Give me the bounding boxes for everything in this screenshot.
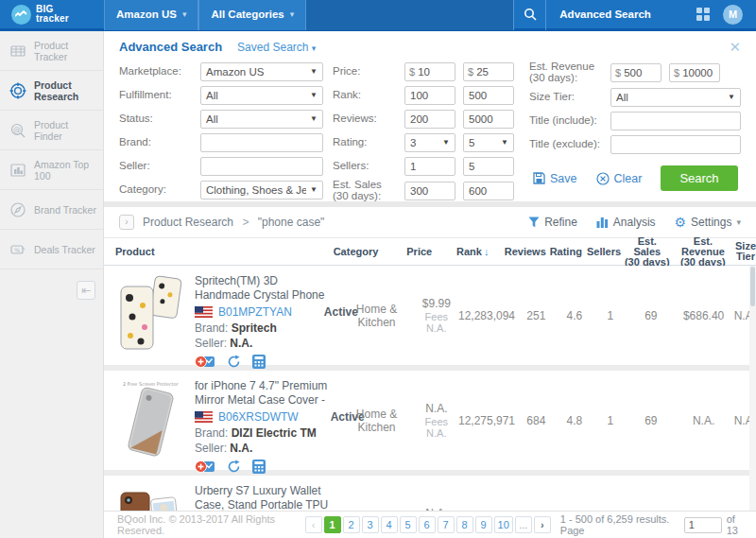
app-logo[interactable]: BIGtracker [0, 5, 104, 25]
sidebar-collapse-button[interactable]: ⇤ [77, 281, 95, 300]
col-rating[interactable]: Rating [547, 247, 584, 257]
categories-dropdown[interactable]: All Categories▾ [198, 0, 306, 30]
product-title[interactable]: Spritech(TM) 3D Handmade Crystal Phone C… [195, 274, 333, 303]
price-max-field[interactable]: $ [463, 62, 514, 81]
title-exclude-input[interactable] [610, 135, 741, 154]
est-revenue-min-input[interactable] [624, 67, 657, 78]
col-est-sales[interactable]: Est. Sales (30 days) [624, 236, 671, 268]
page-ellipsis[interactable]: ... [515, 516, 532, 533]
calculator-icon[interactable] [252, 460, 266, 474]
page-button-3[interactable]: 3 [362, 516, 379, 533]
col-price[interactable]: Price [397, 247, 442, 257]
page-button-10[interactable]: 10 [494, 516, 513, 533]
col-est-revenue[interactable]: Est. Revenue (30 days) [671, 236, 735, 268]
sidebar-item-product-tracker[interactable]: Product Tracker [0, 31, 103, 71]
user-avatar[interactable]: M [723, 5, 743, 25]
brand-input[interactable] [200, 133, 323, 152]
advanced-search-link[interactable]: Advanced Search [559, 9, 651, 20]
save-button[interactable]: Save [533, 172, 577, 185]
col-reviews[interactable]: Reviews [503, 247, 547, 257]
gear-icon: ⚙ [675, 216, 687, 229]
refresh-icon[interactable] [227, 460, 241, 474]
marketplace-dropdown[interactable]: Amazon US▾ [104, 0, 198, 30]
rank-max-input[interactable] [463, 86, 514, 105]
asin-link[interactable]: B06XRSDWTW [218, 410, 299, 424]
product-title[interactable]: Urberry S7 Luxury Wallet Case, Stand Por… [195, 484, 333, 511]
add-to-tracker-icon[interactable] [195, 355, 215, 369]
settings-dropdown[interactable]: ⚙ Settings ▾ [675, 216, 741, 229]
analysis-button[interactable]: Analysis [596, 216, 656, 229]
price-label: Price: [333, 66, 404, 78]
sidebar-item-product-research[interactable]: Product Research [0, 71, 103, 111]
seller-input[interactable] [200, 157, 323, 176]
sidebar-item-deals-tracker[interactable]: % Deals Tracker [0, 230, 103, 269]
category-select[interactable]: Clothing, Shoes & Jew▼ [200, 181, 323, 200]
est-sales-max-input[interactable] [463, 182, 514, 200]
calculator-icon[interactable] [252, 355, 266, 369]
reviews-max-input[interactable] [463, 110, 514, 129]
page-button-5[interactable]: 5 [400, 516, 417, 533]
price-min-field[interactable]: $ [404, 62, 455, 81]
search-button[interactable]: Search [661, 165, 737, 191]
marketplace-select[interactable]: Amazon US▼ [200, 62, 323, 81]
funnel-icon [528, 217, 540, 228]
col-product[interactable]: Product [104, 247, 316, 257]
next-page-button[interactable]: › [534, 516, 551, 533]
page-button-6[interactable]: 6 [419, 516, 436, 533]
sidebar-item-product-finder[interactable]: @ Product Finder [0, 111, 103, 150]
product-image[interactable] [115, 274, 185, 356]
col-sellers[interactable]: Sellers [584, 247, 623, 257]
page-button-9[interactable]: 9 [475, 516, 492, 533]
col-size-tier[interactable]: Size Tier [735, 241, 756, 262]
product-title[interactable]: for iPhone 7 4.7" Premium Mirror Metal C… [195, 379, 333, 408]
title-include-input[interactable] [610, 112, 741, 130]
est-sales-min-input[interactable] [404, 182, 455, 200]
results-table: Product Category Price Rank↓ Reviews Rat… [104, 238, 756, 511]
saved-search-dropdown[interactable]: Saved Search ▾ [237, 41, 316, 54]
reviews-label: Reviews: [333, 113, 404, 125]
sidebar-item-brand-tracker[interactable]: Brand Tracker [0, 190, 103, 230]
page-button-2[interactable]: 2 [343, 516, 360, 533]
close-icon[interactable]: ✕ [729, 39, 741, 56]
panel-expand-icon[interactable]: › [119, 215, 134, 230]
clear-button[interactable]: Clear [596, 172, 643, 185]
prev-page-button[interactable]: ‹ [305, 516, 322, 533]
product-image[interactable] [115, 484, 185, 511]
header-search-field[interactable] [306, 0, 514, 30]
sellers-max-input[interactable] [463, 157, 514, 176]
col-rank[interactable]: Rank↓ [442, 247, 504, 257]
rating-min-select[interactable]: 3▼ [404, 133, 455, 152]
header-search-input[interactable] [306, 0, 513, 30]
cell-rating: 4.7 [557, 476, 592, 511]
header-search-button[interactable] [514, 0, 546, 30]
size-tier-select[interactable]: All▼ [610, 88, 741, 107]
est-revenue-max-field[interactable]: $ [669, 63, 720, 82]
breadcrumb-root[interactable]: Product Research [143, 216, 233, 229]
rank-min-input[interactable] [404, 86, 455, 105]
page-number-input[interactable] [684, 517, 722, 533]
sidebar-item-amazon-top-100[interactable]: Amazon Top 100 [0, 150, 103, 190]
status-select[interactable]: All▼ [200, 110, 323, 129]
reviews-min-input[interactable] [404, 110, 455, 129]
refresh-icon[interactable] [227, 355, 241, 369]
sellers-min-input[interactable] [404, 157, 455, 176]
page-button-7[interactable]: 7 [438, 516, 455, 533]
product-image[interactable]: 2 Free Screen Protector [115, 379, 185, 460]
page-button-8[interactable]: 8 [456, 516, 473, 533]
est-revenue-max-input[interactable] [682, 67, 715, 78]
add-to-tracker-icon[interactable] [195, 460, 215, 474]
select-caret-icon: ▼ [306, 114, 318, 123]
est-revenue-min-field[interactable]: $ [610, 63, 662, 82]
asin-link[interactable]: B01MPZTYAN [218, 305, 292, 319]
apps-grid-icon[interactable] [696, 8, 710, 21]
col-category[interactable]: Category [316, 247, 397, 257]
vertical-scrollbar[interactable] [749, 266, 756, 511]
rating-max-select[interactable]: 5▼ [463, 133, 514, 152]
page-button-1[interactable]: 1 [324, 516, 341, 533]
scrollbar-thumb[interactable] [750, 267, 755, 306]
price-max-input[interactable] [476, 66, 509, 78]
refine-button[interactable]: Refine [528, 216, 577, 229]
page-button-4[interactable]: 4 [381, 516, 398, 533]
fulfillment-select[interactable]: All▼ [200, 86, 323, 105]
price-min-input[interactable] [418, 66, 451, 78]
